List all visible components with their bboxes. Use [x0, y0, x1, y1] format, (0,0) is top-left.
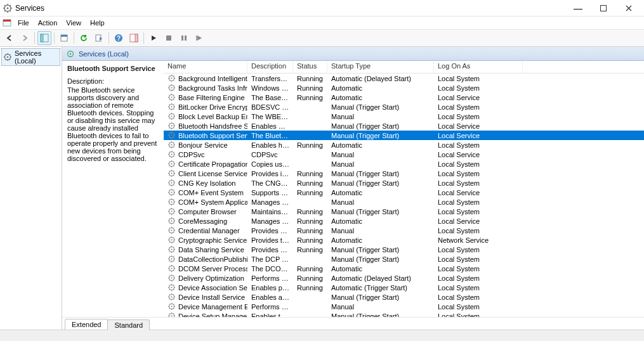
- table-row[interactable]: BitLocker Drive Encryption ...BDESVC hos…: [164, 102, 644, 112]
- cell-log-on-as: Local System: [434, 303, 523, 311]
- table-row[interactable]: COM+ System ApplicationManages th...Manu…: [164, 197, 644, 207]
- svg-rect-8: [61, 35, 67, 37]
- content-area: Services (Local) Bluetooth Support Servi…: [62, 47, 644, 330]
- cell-description: The Bluetoo...: [247, 132, 293, 139]
- column-startup-type[interactable]: Startup Type: [327, 61, 434, 73]
- refresh-button[interactable]: [77, 31, 91, 45]
- svg-point-31: [171, 115, 172, 117]
- cell-log-on-as: Local System: [434, 208, 523, 216]
- status-bar: [0, 330, 644, 341]
- table-row[interactable]: Cryptographic ServicesProvides thr...Run…: [164, 235, 644, 245]
- table-row[interactable]: Data Sharing ServiceProvides da...Runnin…: [164, 245, 644, 254]
- export-list-button[interactable]: [92, 31, 106, 45]
- close-button[interactable]: [616, 0, 641, 16]
- table-row[interactable]: Bluetooth Support ServiceThe Bluetoo...M…: [164, 131, 644, 140]
- svg-point-55: [171, 229, 172, 231]
- cell-log-on-as: Local System: [434, 255, 523, 263]
- stop-service-button[interactable]: [162, 31, 176, 45]
- cell-log-on-as: Local Service: [434, 132, 523, 139]
- cell-description: Performs co...: [247, 274, 293, 282]
- table-row[interactable]: Bonjour ServiceEnables har...RunningAuto…: [164, 140, 644, 150]
- svg-point-33: [171, 125, 172, 126]
- cell-name: Bluetooth Handsfree Service: [164, 122, 247, 130]
- table-row[interactable]: Device Association ServiceEnables pair..…: [164, 283, 644, 292]
- svg-point-59: [171, 248, 172, 250]
- table-row[interactable]: Delivery OptimizationPerforms co...Runni…: [164, 273, 644, 283]
- help-button[interactable]: ?: [112, 31, 126, 45]
- table-row[interactable]: COM+ Event SystemSupports Sy...RunningAu…: [164, 188, 644, 197]
- cell-startup-type: Automatic: [327, 84, 434, 92]
- cell-description: Enables pair...: [247, 284, 293, 292]
- cell-startup-type: Manual (Trigger Start): [327, 208, 434, 216]
- svg-point-35: [171, 134, 172, 136]
- table-row[interactable]: DCOM Server Process Laun...The DCOM...Ru…: [164, 264, 644, 273]
- service-icon: [168, 131, 176, 139]
- menu-help[interactable]: Help: [86, 18, 108, 28]
- cell-name: Client License Service (ClipS...: [164, 169, 247, 177]
- cell-name: Data Sharing Service: [164, 245, 247, 254]
- table-row[interactable]: Client License Service (ClipS...Provides…: [164, 169, 644, 178]
- table-row[interactable]: Credential ManagerProvides se...RunningM…: [164, 226, 644, 235]
- cell-log-on-as: Local System: [434, 160, 523, 168]
- cell-description: CDPSvc: [247, 151, 293, 158]
- service-icon: [168, 150, 176, 158]
- cell-description: Performs D...: [247, 303, 293, 311]
- navigation-pane[interactable]: Services (Local): [0, 47, 62, 330]
- view-tabs: Extended Standard: [62, 317, 644, 330]
- show-hide-console-tree-button[interactable]: [37, 31, 51, 45]
- menu-file[interactable]: File: [14, 18, 33, 28]
- properties-button[interactable]: [57, 31, 71, 45]
- table-row[interactable]: Device Setup ManagerEnables the ...Manua…: [164, 311, 644, 317]
- tab-extended[interactable]: Extended: [65, 319, 108, 330]
- cell-description: The WBENG...: [247, 113, 293, 120]
- services-rows[interactable]: Background Intelligent Tran...Transfers …: [164, 74, 644, 317]
- svg-point-45: [171, 182, 172, 183]
- table-row[interactable]: Device Management Enroll...Performs D...…: [164, 302, 644, 311]
- service-icon: [168, 226, 176, 235]
- column-log-on-as[interactable]: Log On As: [434, 61, 523, 73]
- service-icon: [168, 179, 176, 187]
- maximize-button[interactable]: [591, 0, 616, 16]
- nav-services-local[interactable]: Services (Local): [1, 48, 60, 66]
- service-icon: [168, 74, 176, 82]
- table-row[interactable]: Base Filtering EngineThe Base Fil...Runn…: [164, 93, 644, 102]
- service-icon: [168, 312, 176, 317]
- cell-log-on-as: Local System: [434, 179, 523, 187]
- column-status[interactable]: Status: [293, 61, 327, 73]
- column-description[interactable]: Description: [247, 61, 293, 73]
- start-service-button[interactable]: [147, 31, 161, 45]
- column-name[interactable]: Name: [164, 61, 247, 73]
- cell-description: Enables a c...: [247, 293, 293, 301]
- nav-services-local-label: Services (Local): [15, 49, 58, 65]
- cell-name: DataCollectionPublishingSe...: [164, 255, 247, 263]
- table-row[interactable]: Block Level Backup Engine ...The WBENG..…: [164, 112, 644, 121]
- table-row[interactable]: DataCollectionPublishingSe...The DCP (D.…: [164, 254, 644, 264]
- restart-service-button[interactable]: [192, 31, 206, 45]
- table-row[interactable]: CNG Key IsolationThe CNG ke...RunningMan…: [164, 178, 644, 188]
- forward-button[interactable]: [18, 31, 32, 45]
- menu-view[interactable]: View: [62, 18, 85, 28]
- tab-standard[interactable]: Standard: [107, 319, 150, 330]
- back-button[interactable]: [3, 31, 16, 45]
- table-row[interactable]: CoreMessagingManages co...RunningAutomat…: [164, 216, 644, 226]
- cell-log-on-as: Local System: [434, 113, 523, 120]
- minimize-button[interactable]: —: [565, 0, 591, 16]
- table-row[interactable]: CDPSvcCDPSvcManualLocal Service: [164, 150, 644, 159]
- cell-startup-type: Automatic: [327, 236, 434, 244]
- table-row[interactable]: Device Install ServiceEnables a c...Manu…: [164, 292, 644, 302]
- table-row[interactable]: Computer BrowserMaintains a...RunningMan…: [164, 207, 644, 216]
- table-row[interactable]: Bluetooth Handsfree ServiceEnables wir..…: [164, 121, 644, 131]
- services-app-icon: [3, 3, 13, 13]
- service-icon: [168, 293, 176, 301]
- table-row[interactable]: Certificate PropagationCopies user ...Ma…: [164, 159, 644, 169]
- pause-service-button[interactable]: [177, 31, 191, 45]
- menu-action[interactable]: Action: [34, 18, 62, 28]
- show-hide-action-pane-button[interactable]: [127, 31, 141, 45]
- table-row[interactable]: Background Intelligent Tran...Transfers …: [164, 74, 644, 83]
- cell-name: Delivery Optimization: [164, 274, 247, 282]
- cell-log-on-as: Local System: [434, 293, 523, 301]
- svg-point-47: [171, 191, 172, 193]
- table-row[interactable]: Background Tasks Infrastru...Windows in.…: [164, 83, 644, 93]
- cell-name: COM+ System Application: [164, 198, 247, 206]
- cell-startup-type: Manual: [327, 160, 434, 168]
